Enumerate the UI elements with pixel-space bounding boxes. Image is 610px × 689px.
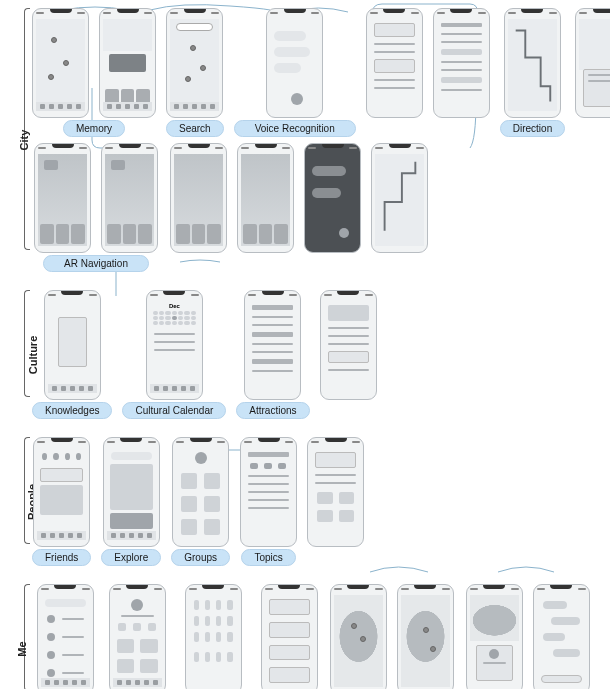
cell-explore: Explore xyxy=(101,437,161,566)
section-city: City Memory Search xyxy=(10,8,600,272)
screen-memory-map[interactable] xyxy=(32,8,89,118)
screen-explore[interactable] xyxy=(103,437,160,547)
cell-places: Places xyxy=(109,584,166,689)
city-row-2: AR Navigation xyxy=(32,143,600,272)
screen-ar-1[interactable] xyxy=(34,143,91,253)
caption-calendar: Cultural Calendar xyxy=(122,402,226,419)
screen-chat[interactable] xyxy=(533,584,590,689)
section-bracket xyxy=(24,584,30,689)
screen-collections[interactable] xyxy=(185,584,242,689)
caption-friends: Friends xyxy=(32,549,91,566)
screen-globe-b[interactable] xyxy=(397,584,454,689)
screen-attraction-detail[interactable] xyxy=(320,290,377,400)
section-label-city: City xyxy=(18,130,30,151)
people-row: Friends Explore Groups Topics xyxy=(32,437,600,566)
calendar-month: Dec xyxy=(150,301,199,311)
me-row: Message Places Collections Posts Friends xyxy=(32,584,600,689)
screen-list-a[interactable] xyxy=(366,8,423,118)
screen-knowledges[interactable] xyxy=(44,290,101,400)
screen-ar-2[interactable] xyxy=(101,143,158,253)
screen-topic-detail[interactable] xyxy=(307,437,364,547)
cell-ar-nav: AR Navigation xyxy=(32,143,160,272)
cell-voice: Voice Recognition xyxy=(234,8,356,137)
screen-ar-overlay[interactable] xyxy=(304,143,361,253)
screen-memory-detail[interactable] xyxy=(99,8,156,118)
screen-voice[interactable] xyxy=(266,8,323,118)
screen-direction-route[interactable] xyxy=(504,8,561,118)
section-label-me: Me xyxy=(16,641,28,656)
screen-ar-3[interactable] xyxy=(170,143,227,253)
caption-topics: Topics xyxy=(241,549,295,566)
screen-globe-profile[interactable] xyxy=(466,584,523,689)
screen-list-b[interactable] xyxy=(433,8,490,118)
screen-ar-route[interactable] xyxy=(371,143,428,253)
section-me: Me Message Places Collections Posts Frie… xyxy=(10,584,600,689)
cell-posts: Posts xyxy=(261,584,318,689)
screen-search[interactable] xyxy=(166,8,223,118)
cell-groups: Groups xyxy=(171,437,230,566)
screen-friends[interactable] xyxy=(33,437,90,547)
cell-friends: Friends xyxy=(32,437,91,566)
caption-ar-nav: AR Navigation xyxy=(43,255,149,272)
screen-calendar[interactable]: Dec xyxy=(146,290,203,400)
caption-explore: Explore xyxy=(101,549,161,566)
cell-collections: Collections xyxy=(176,584,251,689)
city-row-1: Memory Search Voice Recognition xyxy=(32,8,600,137)
cell-memory: Memory xyxy=(32,8,156,137)
screen-direction-panel[interactable] xyxy=(575,8,610,118)
screen-places[interactable] xyxy=(109,584,166,689)
caption-voice: Voice Recognition xyxy=(234,120,356,137)
cell-search: Search xyxy=(166,8,224,137)
section-people: People Friends Explore Groups Topics xyxy=(10,437,600,566)
screen-topics[interactable] xyxy=(240,437,297,547)
cell-message: Message xyxy=(32,584,99,689)
screen-posts[interactable] xyxy=(261,584,318,689)
cell-me-friends: Friends xyxy=(328,584,456,689)
caption-memory: Memory xyxy=(63,120,125,137)
screen-message[interactable] xyxy=(37,584,94,689)
cell-direction: Direction xyxy=(500,8,565,137)
screen-globe-a[interactable] xyxy=(330,584,387,689)
screen-attractions[interactable] xyxy=(244,290,301,400)
section-culture: Culture Knowledges Dec Cultural Calendar… xyxy=(10,290,600,419)
caption-attractions: Attractions xyxy=(236,402,309,419)
caption-direction: Direction xyxy=(500,120,565,137)
cell-knowledges: Knowledges xyxy=(32,290,112,419)
caption-search: Search xyxy=(166,120,224,137)
cell-attractions: Attractions xyxy=(236,290,309,419)
cell-calendar: Dec Cultural Calendar xyxy=(122,290,226,419)
screen-ar-4[interactable] xyxy=(237,143,294,253)
screen-groups[interactable] xyxy=(172,437,229,547)
cell-topics: Topics xyxy=(240,437,297,566)
culture-row: Knowledges Dec Cultural Calendar Attract… xyxy=(32,290,600,419)
caption-knowledges: Knowledges xyxy=(32,402,112,419)
caption-groups: Groups xyxy=(171,549,230,566)
section-label-culture: Culture xyxy=(27,335,39,374)
